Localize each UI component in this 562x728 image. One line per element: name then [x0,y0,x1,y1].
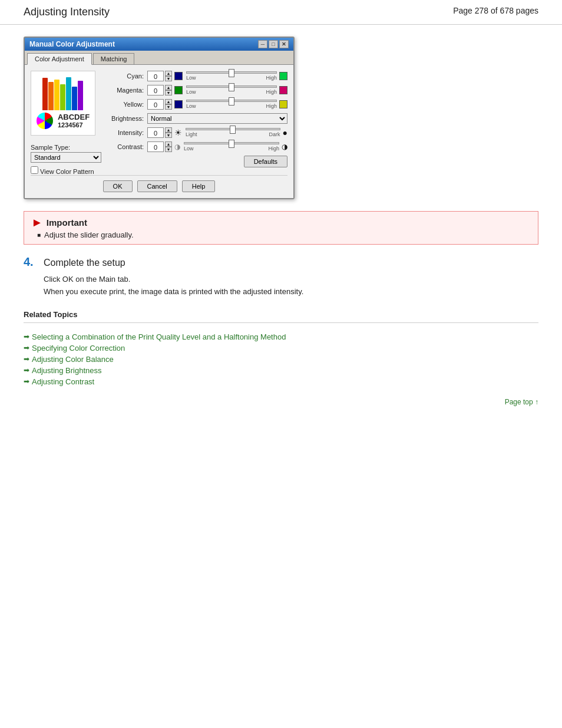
help-button[interactable]: Help [182,180,216,192]
magenta-slider-container: Low High [186,85,277,95]
contrast-low-label: Low [184,146,194,151]
contrast-slider-thumb[interactable] [229,140,234,148]
dialog-left-panel: ABCDEF 1234567 Sample Type: Standard [31,71,101,175]
contrast-slider-container: Low High [184,142,279,151]
sample-number: 1234567 [58,121,90,129]
pencil-teal [66,77,71,110]
cyan-label: Cyan: [107,73,147,80]
magenta-down[interactable]: ▼ [165,90,172,95]
restore-button[interactable]: □ [269,40,278,48]
intensity-dark-icon: ● [283,128,287,137]
cyan-slider-thumb[interactable] [229,69,234,77]
cancel-button[interactable]: Cancel [137,180,177,192]
win-dialog: Manual Color Adjustment ─ □ ✕ Color Adju… [24,37,295,199]
contrast-spin: ▲ ▼ [165,141,172,152]
intensity-slider-thumb[interactable] [230,126,236,134]
yellow-high-label: High [266,103,277,109]
contrast-low-icon: ◑ [174,143,180,151]
magenta-label: Magenta: [107,87,147,94]
yellow-label: Yellow: [107,101,147,108]
cyan-down[interactable]: ▼ [165,76,172,81]
cyan-right-color [279,72,287,80]
related-link-1[interactable]: ➡ Selecting a Combination of the Print Q… [24,332,538,341]
related-link-5-text: Adjusting Contrast [32,377,94,386]
cyan-left-color [174,72,183,80]
step4-body: Click OK on the Main tab. When you execu… [24,274,538,298]
cyan-value: 0 [147,71,164,81]
dialog-title: Manual Color Adjustment [29,40,115,48]
yellow-low-label: Low [186,103,196,109]
dialog-container: Manual Color Adjustment ─ □ ✕ Color Adju… [24,37,538,199]
page-top[interactable]: Page top ↑ [24,398,538,406]
step4-number: 4. [24,255,38,269]
pencil-green [60,84,65,110]
brightness-row: Brightness: Normal Light Dark [107,113,287,124]
related-link-4[interactable]: ➡ Adjusting Brightness [24,366,538,375]
yellow-up[interactable]: ▲ [165,99,172,104]
intensity-up[interactable]: ▲ [165,127,172,133]
link-arrow-icon-2: ➡ [24,344,29,352]
step4-line2: When you execute print, the image data i… [44,286,538,298]
ok-button[interactable]: OK [103,180,133,192]
contrast-slider-track[interactable] [184,142,279,144]
related-link-3-text: Adjusting Color Balance [32,355,114,364]
step4-container: 4. Complete the setup Click OK on the Ma… [24,255,538,298]
yellow-left-color [174,100,183,108]
magenta-slider-thumb[interactable] [229,83,234,91]
win-titlebar: Manual Color Adjustment ─ □ ✕ [25,38,293,51]
dialog-footer-buttons: OK Cancel Help [31,175,287,192]
intensity-slider-track[interactable] [186,128,280,130]
tab-matching[interactable]: Matching [93,53,135,64]
step4-header: 4. Complete the setup [24,255,538,269]
magenta-value: 0 [147,85,164,95]
yellow-right-color [279,100,287,108]
yellow-slider-container: Low High [186,100,277,109]
related-link-3[interactable]: ➡ Adjusting Color Balance [24,355,538,364]
step4-title: Complete the setup [44,258,125,268]
view-pattern-checkbox[interactable] [31,166,38,174]
important-arrow-icon: ► [31,216,43,228]
cyan-slider-track[interactable] [186,71,277,74]
dialog-main-area: ABCDEF 1234567 Sample Type: Standard [31,71,287,175]
important-text-1: Adjust the slider gradually. [44,230,134,239]
magenta-left-color [174,86,183,94]
brightness-label: Brightness: [107,115,147,122]
view-pattern-label: View Color Pattern [40,168,94,175]
close-button[interactable]: ✕ [279,40,289,48]
related-link-5[interactable]: ➡ Adjusting Contrast [24,377,538,386]
sample-type-select[interactable]: Standard [31,152,101,163]
contrast-down[interactable]: ▼ [165,147,172,152]
yellow-slider-track[interactable] [186,100,277,102]
related-link-2[interactable]: ➡ Specifying Color Correction [24,344,538,353]
sample-image: ABCDEF 1234567 [31,71,95,136]
cyan-up[interactable]: ▲ [165,71,172,76]
link-arrow-icon-1: ➡ [24,332,29,341]
contrast-up[interactable]: ▲ [165,141,172,147]
pencil-purple [78,81,83,110]
magenta-spin: ▲ ▼ [165,85,172,95]
cyan-low-label: Low [186,75,196,81]
defaults-row: Defaults [107,156,287,167]
page-info: Page 278 of 678 pages [453,6,538,15]
intensity-label: Intensity: [107,129,147,136]
defaults-button[interactable]: Defaults [244,156,287,167]
brightness-select[interactable]: Normal Light Dark [147,113,287,124]
intensity-value: 0 [147,127,164,138]
minimize-button[interactable]: ─ [258,40,267,48]
yellow-slider-thumb[interactable] [229,97,234,106]
yellow-value: 0 [147,99,164,110]
main-content: Manual Color Adjustment ─ □ ✕ Color Adju… [0,25,562,418]
tab-color-adjustment[interactable]: Color Adjustment [27,53,92,65]
important-title: Important [47,218,87,228]
cyan-spin: ▲ ▼ [165,71,172,81]
yellow-spin: ▲ ▼ [165,99,172,110]
magenta-slider-track[interactable] [186,85,277,88]
link-arrow-icon-3: ➡ [24,355,29,363]
intensity-spin: ▲ ▼ [165,127,172,138]
contrast-value: 0 [147,141,164,152]
yellow-down[interactable]: ▼ [165,104,172,110]
related-topics-title: Related Topics [24,310,538,319]
intensity-down[interactable]: ▼ [165,133,172,138]
sample-type-label: Sample Type: [31,144,70,151]
magenta-up[interactable]: ▲ [165,85,172,90]
